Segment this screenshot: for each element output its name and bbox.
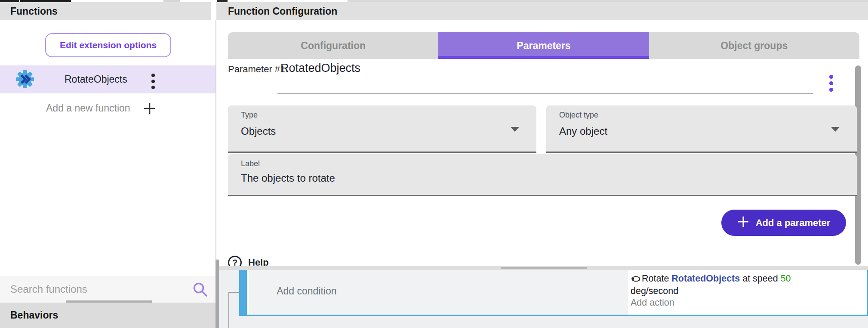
- chevron-down-icon: [511, 127, 519, 132]
- function-menu-button[interactable]: [151, 74, 155, 89]
- type-select-value: Objects: [241, 125, 276, 137]
- event-row[interactable]: Add condition Rotate RotatedObjects at s…: [239, 270, 868, 316]
- tab-object-groups-label: Object groups: [720, 40, 788, 52]
- sidebar-title: Functions: [0, 2, 211, 20]
- behaviors-section-header[interactable]: Behaviors: [0, 303, 215, 328]
- action-text-prefix: Rotate: [642, 273, 671, 284]
- label-field-label: Label: [241, 159, 260, 168]
- plus-icon: [737, 216, 749, 230]
- sub-event-connector-line: [228, 292, 229, 328]
- sub-event-connector-line: [228, 292, 240, 293]
- behaviors-title-text: Behaviors: [10, 309, 58, 321]
- search-icon[interactable]: [192, 282, 208, 299]
- action-text-middle: at speed: [740, 273, 780, 284]
- tab-parameters[interactable]: Parameters: [438, 32, 649, 59]
- add-function-row[interactable]: Add a new function: [0, 93, 215, 123]
- edit-extension-options-label: Edit extension options: [60, 40, 157, 50]
- action-text-line2: deg/second: [631, 285, 867, 297]
- object-type-select-label: Object type: [559, 111, 598, 120]
- chevron-down-icon: [831, 127, 840, 132]
- parameter-number-label: Parameter #1:: [228, 61, 288, 78]
- event-selection-bar[interactable]: [239, 270, 247, 315]
- parameter-menu-button[interactable]: [829, 75, 833, 92]
- tab-parameters-label: Parameters: [517, 40, 570, 52]
- parameter-name-input[interactable]: RotatedObjects: [280, 59, 360, 77]
- rotate-action-icon: [631, 274, 641, 285]
- add-function-label: Add a new function: [46, 93, 130, 123]
- tab-configuration-label: Configuration: [301, 40, 366, 52]
- action-speed-value: 50: [781, 273, 791, 284]
- event-conditions-cell[interactable]: Add condition: [247, 270, 628, 315]
- sidebar-vertical-scrollbar[interactable]: [215, 260, 219, 328]
- type-select-label: Type: [241, 111, 258, 120]
- tab-configuration[interactable]: Configuration: [228, 32, 438, 59]
- active-tab-indicator: [438, 56, 649, 59]
- sidebar-title-text: Functions: [10, 6, 58, 17]
- search-functions-field[interactable]: Search functions: [0, 276, 215, 303]
- sidebar-item-rotateobjects[interactable]: RotateObjects: [0, 65, 215, 93]
- object-type-select-value: Any object: [559, 125, 607, 137]
- parameter-name-underline: [277, 93, 813, 94]
- add-condition-placeholder[interactable]: Add condition: [277, 285, 336, 297]
- add-parameter-label: Add a parameter: [756, 217, 831, 229]
- add-function-plus-icon[interactable]: [143, 102, 157, 117]
- main-panel-title-text: Function Configuration: [228, 6, 337, 17]
- label-field-value: The objects to rotate: [241, 172, 335, 184]
- object-type-select[interactable]: Object type Any object: [546, 105, 857, 153]
- events-horizontal-scrollbar[interactable]: [501, 267, 587, 269]
- add-action-placeholder[interactable]: Add action: [631, 297, 867, 309]
- configuration-tabs: Configuration Parameters Object groups: [228, 32, 859, 59]
- action-object-name: RotatedObjects: [671, 273, 740, 284]
- events-sheet: Add condition Rotate RotatedObjects at s…: [219, 270, 868, 328]
- app-window: Functions Function Configuration Edit ex…: [0, 0, 868, 328]
- events-sheet-top-strip: [219, 266, 868, 270]
- parameter-type-select[interactable]: Type Objects: [228, 105, 536, 153]
- edit-extension-options-button[interactable]: Edit extension options: [45, 33, 171, 57]
- main-panel-title: Function Configuration: [216, 2, 868, 20]
- function-gear-icon: [15, 70, 34, 89]
- function-name-label: RotateObjects: [65, 74, 127, 85]
- event-actions-cell[interactable]: Rotate RotatedObjects at speed 50 deg/se…: [628, 270, 867, 315]
- action-text-line1[interactable]: Rotate RotatedObjects at speed 50: [631, 273, 867, 285]
- tab-object-groups[interactable]: Object groups: [649, 32, 859, 59]
- search-functions-placeholder: Search functions: [10, 276, 87, 303]
- parameter-label-field[interactable]: Label The objects to rotate: [228, 154, 857, 196]
- add-parameter-button[interactable]: Add a parameter: [721, 210, 846, 236]
